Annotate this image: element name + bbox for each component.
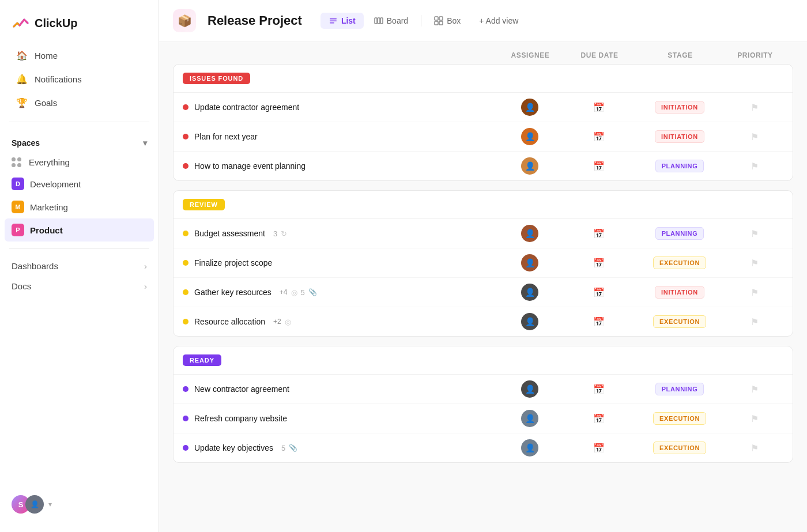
task-meta: +2 ◎	[273, 318, 291, 326]
space-avatar-development: D	[12, 178, 24, 190]
flag-icon: ⚑	[751, 258, 759, 269]
priority-cell: ⚑	[726, 413, 783, 424]
calendar-icon: 📅	[593, 413, 605, 424]
user-avatar-2[interactable]: 👤	[25, 495, 44, 514]
flag-icon: ⚑	[751, 384, 759, 395]
group-badge-ready: READY	[183, 354, 221, 366]
task-name: Budget assessment	[194, 229, 265, 238]
calendar-icon: 📅	[593, 228, 605, 239]
stage-cell: PLANNING	[633, 383, 726, 395]
task-meta: 5 📎	[281, 444, 297, 452]
date-cell: 📅	[564, 228, 633, 239]
date-cell: 📅	[564, 131, 633, 142]
col-priority: PRIORITY	[726, 51, 784, 59]
assignee-cell: 👤	[495, 225, 564, 242]
assignee-avatar: 👤	[521, 313, 538, 330]
task-row[interactable]: How to manage event planning 👤 📅 PLANNIN…	[174, 152, 793, 180]
priority-cell: ⚑	[726, 384, 783, 395]
logo-area[interactable]: ClickUp	[0, 9, 159, 44]
assignee-avatar: 👤	[521, 284, 538, 301]
assignee-avatar: 👤	[521, 380, 538, 398]
stage-cell: EXECUTION	[633, 315, 726, 328]
priority-cell: ⚑	[726, 443, 783, 454]
calendar-icon: 📅	[593, 384, 605, 395]
sidebar-item-home[interactable]: 🏠 Home	[5, 44, 154, 67]
assignee-avatar: 👤	[521, 254, 538, 271]
svg-rect-2	[330, 22, 334, 24]
column-headers: ASSIGNEE DUE DATE STAGE PRIORITY	[173, 51, 793, 64]
sidebar-item-product[interactable]: P Product	[5, 218, 154, 242]
stage-cell: INITIATION	[633, 130, 726, 143]
flag-icon: ⚑	[751, 316, 759, 327]
sidebar-item-dashboards[interactable]: Dashboards ›	[5, 256, 154, 276]
task-row[interactable]: Update contractor agreement 👤 📅 INITIATI…	[174, 93, 793, 122]
task-name-cell: Gather key resources +4 ◎ 5 📎	[183, 288, 495, 297]
task-dot	[183, 260, 188, 266]
task-name: Refresh company website	[194, 414, 287, 423]
board-icon	[374, 16, 383, 25]
date-cell: 📅	[564, 258, 633, 269]
col-due-date: DUE DATE	[565, 51, 634, 59]
task-name-cell: Plan for next year	[183, 132, 495, 141]
sidebar-divider-2	[9, 248, 149, 249]
svg-rect-5	[380, 18, 383, 24]
col-stage: STAGE	[634, 51, 726, 59]
task-row[interactable]: Resource allocation +2 ◎ 👤 📅 EXECUTION ⚑	[174, 307, 793, 336]
task-row[interactable]: Plan for next year 👤 📅 INITIATION ⚑	[174, 122, 793, 152]
assignee-cell: 👤	[495, 254, 564, 271]
assignee-avatar: 👤	[521, 99, 538, 116]
space-label-product: Product	[30, 225, 63, 235]
assignee-avatar: 👤	[521, 128, 538, 145]
tab-board[interactable]: Board	[366, 13, 416, 29]
sidebar-divider	[9, 122, 149, 122]
group-header-ready[interactable]: READY	[174, 346, 793, 375]
tab-box[interactable]: Box	[426, 13, 469, 29]
chevron-down-icon[interactable]: ▾	[143, 138, 147, 148]
sidebar-item-everything[interactable]: Everything	[5, 152, 154, 172]
home-icon: 🏠	[16, 50, 28, 61]
group-header-issues[interactable]: ISSUES FOUND	[174, 65, 793, 93]
stage-cell: INITIATION	[633, 101, 726, 114]
caret-icon[interactable]: ▾	[48, 500, 52, 508]
group-header-review[interactable]: REVIEW	[174, 191, 793, 219]
task-name: New contractor agreement	[194, 384, 289, 394]
everything-icon	[12, 157, 23, 167]
calendar-icon: 📅	[593, 258, 605, 269]
stage-cell: EXECUTION	[633, 442, 726, 454]
date-cell: 📅	[564, 316, 633, 327]
task-row[interactable]: Refresh company website 👤 📅 EXECUTION ⚑	[174, 404, 793, 433]
space-label-marketing: Marketing	[30, 202, 68, 212]
task-row[interactable]: Budget assessment 3 ↻ 👤 📅 PLANNING ⚑	[174, 219, 793, 248]
priority-cell: ⚑	[726, 258, 783, 269]
date-cell: 📅	[564, 413, 633, 424]
chevron-right-icon: ›	[144, 261, 147, 271]
tab-list[interactable]: List	[320, 13, 364, 29]
svg-rect-9	[439, 21, 443, 25]
stage-badge: INITIATION	[655, 130, 704, 143]
project-icon: 📦	[173, 9, 196, 32]
spaces-list: Everything D Development M Marketing P P…	[0, 152, 159, 242]
task-row[interactable]: Gather key resources +4 ◎ 5 📎 👤 📅 INITIA…	[174, 278, 793, 307]
task-dot	[183, 134, 188, 139]
svg-rect-0	[330, 18, 337, 20]
task-name-cell: Refresh company website	[183, 414, 495, 423]
task-row[interactable]: Update key objectives 5 📎 👤 📅 EXECUTION	[174, 433, 793, 462]
task-row[interactable]: New contractor agreement 👤 📅 PLANNING ⚑	[174, 375, 793, 404]
assignee-cell: 👤	[495, 157, 564, 175]
sidebar-item-notifications[interactable]: 🔔 Notifications	[5, 68, 154, 90]
add-view-button[interactable]: + Add view	[471, 13, 526, 29]
sidebar-footer: S 👤 ▾	[0, 486, 159, 523]
sidebar-item-development[interactable]: D Development	[5, 172, 154, 195]
stage-badge: PLANNING	[655, 160, 704, 172]
flag-icon: ⚑	[751, 287, 759, 298]
stage-cell: PLANNING	[633, 227, 726, 240]
task-row[interactable]: Finalize project scope 👤 📅 EXECUTION ⚑	[174, 248, 793, 278]
sidebar-item-marketing[interactable]: M Marketing	[5, 195, 154, 218]
sidebar-label-notifications: Notifications	[35, 74, 82, 84]
sidebar-item-docs[interactable]: Docs ›	[5, 276, 154, 296]
project-title: Release Project	[208, 13, 302, 28]
date-cell: 📅	[564, 161, 633, 172]
stage-badge: PLANNING	[655, 383, 704, 395]
sidebar-item-goals[interactable]: 🏆 Goals	[5, 92, 154, 114]
box-icon	[434, 16, 443, 25]
